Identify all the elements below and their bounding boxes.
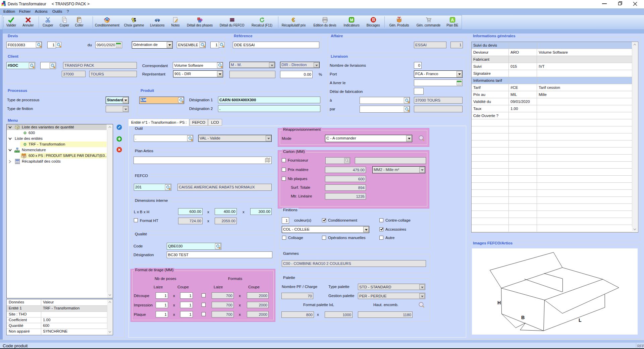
svg-text:L: L: [579, 317, 582, 323]
svg-text:M: M: [350, 18, 354, 22]
svg-text:A: A: [451, 18, 454, 22]
svg-text:B: B: [372, 17, 375, 22]
svg-text:H: H: [497, 300, 501, 305]
svg-text:B: B: [521, 315, 525, 320]
svg-text:€: €: [292, 17, 295, 23]
